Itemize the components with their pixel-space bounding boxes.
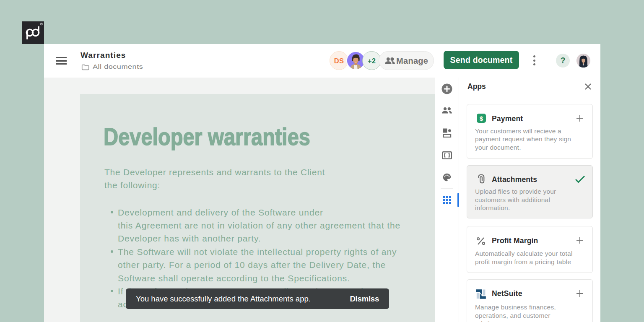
svg-text:$: $ xyxy=(480,115,483,122)
